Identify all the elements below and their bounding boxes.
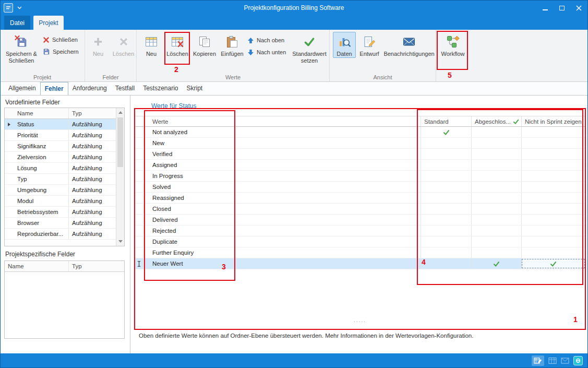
nicht-in-sprint-cell[interactable]: [521, 138, 585, 148]
field-row[interactable]: ZielversionAufzählung: [5, 152, 124, 163]
nicht-in-sprint-cell-focused[interactable]: [521, 258, 585, 269]
column-header-nicht-in-sprint[interactable]: Nicht in Sprint zeigen: [521, 116, 585, 126]
status-app-icon[interactable]: [573, 356, 583, 365]
field-row[interactable]: Reproduzierbar...Aufzählung: [5, 229, 124, 240]
close-button-ribbon[interactable]: Schließen: [43, 35, 79, 44]
more-rows-indicator[interactable]: .....: [135, 317, 585, 323]
abgeschlossen-cell[interactable]: [471, 236, 521, 247]
abgeschlossen-cell[interactable]: [471, 193, 521, 203]
nicht-in-sprint-cell[interactable]: [521, 182, 585, 192]
value-row[interactable]: Further Enquiry: [135, 247, 585, 258]
nach-unten-button[interactable]: Nach unten: [247, 48, 286, 57]
value-row[interactable]: Delivered: [135, 215, 585, 225]
status-mail-icon[interactable]: [561, 358, 569, 364]
standard-cell[interactable]: [421, 182, 471, 192]
ribbon-tab-projekt[interactable]: Projekt: [33, 16, 64, 30]
tab-fehler[interactable]: Fehler: [40, 82, 68, 95]
workflow-button[interactable]: Workflow: [439, 32, 466, 57]
field-row[interactable]: TypAufzählung: [5, 174, 124, 185]
value-row[interactable]: Reassigned: [135, 193, 585, 204]
standard-cell[interactable]: [421, 247, 471, 258]
save-and-close-button[interactable]: Speichern & Schließen: [2, 32, 41, 64]
abgeschlossen-cell[interactable]: [471, 182, 521, 192]
ribbon-tab-datei[interactable]: Datei: [4, 16, 30, 30]
value-row[interactable]: Solved: [135, 182, 585, 193]
tab-allgemein[interactable]: Allgemein: [4, 82, 40, 95]
field-row[interactable]: SignifikanzAufzählung: [5, 141, 124, 152]
maximize-button[interactable]: [554, 0, 570, 16]
felder-neu-button[interactable]: Neu: [86, 32, 110, 57]
werte-neu-button[interactable]: Neu: [139, 32, 164, 57]
nicht-in-sprint-cell[interactable]: [521, 171, 585, 181]
tab-testfall[interactable]: Testfall: [111, 82, 139, 95]
tab-testszenario[interactable]: Testszenario: [139, 82, 182, 95]
nicht-in-sprint-cell[interactable]: [521, 236, 585, 247]
abgeschlossen-cell[interactable]: [471, 225, 521, 236]
abgeschlossen-cell[interactable]: [471, 127, 521, 137]
column-header-werte[interactable]: Werte: [143, 116, 421, 126]
column-header-name[interactable]: Name: [5, 261, 69, 271]
scroll-down-button[interactable]: [116, 238, 124, 245]
nach-oben-button[interactable]: Nach oben: [247, 35, 286, 45]
nicht-in-sprint-cell[interactable]: [521, 193, 585, 203]
value-row[interactable]: Rejected: [135, 225, 585, 236]
standardwert-setzen-button[interactable]: Standardwert setzen: [290, 32, 329, 64]
standard-cell[interactable]: [421, 149, 471, 159]
minimize-button[interactable]: [537, 0, 554, 16]
value-row[interactable]: Duplicate: [135, 236, 585, 247]
value-row[interactable]: New: [135, 138, 585, 149]
abgeschlossen-cell[interactable]: [471, 215, 521, 225]
kopieren-button[interactable]: Kopieren: [191, 32, 218, 57]
abgeschlossen-cell[interactable]: [471, 149, 521, 159]
value-row-selected[interactable]: Neuer Wert: [135, 258, 585, 269]
close-button[interactable]: [570, 0, 587, 16]
werte-loeschen-button[interactable]: Löschen: [165, 32, 190, 57]
nicht-in-sprint-cell[interactable]: [521, 127, 585, 137]
column-header-name[interactable]: Name: [13, 108, 69, 118]
benachrichtigungen-button[interactable]: Benachrichtigungen: [383, 32, 435, 57]
nicht-in-sprint-cell[interactable]: [521, 160, 585, 170]
daten-view-button[interactable]: Daten: [333, 32, 356, 58]
standard-cell[interactable]: [421, 138, 471, 148]
standard-cell[interactable]: [421, 236, 471, 247]
abgeschlossen-cell[interactable]: [471, 258, 521, 269]
abgeschlossen-cell[interactable]: [471, 247, 521, 258]
column-header-standard[interactable]: Standard: [421, 116, 471, 126]
column-header-abgeschlossen[interactable]: Abgeschlos...: [471, 116, 521, 126]
standard-cell[interactable]: [421, 225, 471, 236]
value-row[interactable]: In Progress: [135, 171, 585, 182]
nicht-in-sprint-cell[interactable]: [521, 204, 585, 214]
field-row[interactable]: PrioritätAufzählung: [5, 130, 124, 141]
field-row[interactable]: Status Aufzählung: [5, 119, 124, 130]
field-row[interactable]: BrowserAufzählung: [5, 218, 124, 229]
vertical-scrollbar[interactable]: [116, 108, 124, 246]
value-row[interactable]: Not analyzed: [135, 127, 585, 138]
nicht-in-sprint-cell[interactable]: [521, 215, 585, 225]
standard-cell[interactable]: [421, 160, 471, 170]
tab-skript[interactable]: Skript: [183, 82, 207, 95]
abgeschlossen-cell[interactable]: [471, 204, 521, 214]
field-row[interactable]: LösungAufzählung: [5, 163, 124, 174]
standard-cell[interactable]: [421, 204, 471, 214]
abgeschlossen-cell[interactable]: [471, 160, 521, 170]
standard-cell[interactable]: [421, 127, 471, 137]
abgeschlossen-cell[interactable]: [471, 171, 521, 181]
column-header-typ[interactable]: Typ: [69, 261, 124, 271]
nicht-in-sprint-cell[interactable]: [521, 225, 585, 236]
status-grid-icon[interactable]: [548, 357, 557, 364]
value-row[interactable]: Assigned: [135, 160, 585, 171]
field-row[interactable]: UmgebungAufzählung: [5, 185, 124, 196]
field-row[interactable]: ModulAufzählung: [5, 196, 124, 207]
status-edit-icon[interactable]: [532, 355, 544, 366]
abgeschlossen-cell[interactable]: [471, 138, 521, 148]
value-row[interactable]: Verified: [135, 149, 585, 160]
felder-loeschen-button[interactable]: Löschen: [111, 32, 136, 57]
value-row[interactable]: Closed: [135, 204, 585, 215]
save-button[interactable]: Speichern: [43, 47, 79, 56]
standard-cell[interactable]: [421, 171, 471, 181]
scrollbar-thumb[interactable]: [117, 117, 123, 167]
tab-anforderung[interactable]: Anforderung: [68, 82, 111, 95]
einfuegen-button[interactable]: Einfügen: [219, 32, 245, 57]
standard-cell[interactable]: [421, 193, 471, 203]
entwurf-view-button[interactable]: Entwurf: [357, 32, 382, 57]
